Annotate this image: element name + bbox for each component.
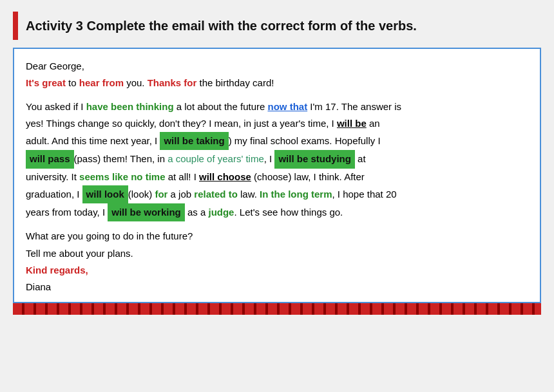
you-text: you. xyxy=(124,77,148,88)
tell-me-line: Tell me about your plans. xyxy=(26,245,528,262)
at-text: at xyxy=(355,153,366,164)
body-line-4: adult. And this time next year, I will b… xyxy=(26,132,528,150)
gap1 xyxy=(26,92,528,98)
for-text: for xyxy=(155,189,167,200)
body-line-7: graduation, I will look(look) for a job … xyxy=(26,185,528,203)
salutation-text: Dear George, xyxy=(26,61,84,71)
now-that: now that xyxy=(267,101,307,112)
sender-name: Diana xyxy=(26,281,51,292)
its-great: It's great xyxy=(26,77,66,88)
birthday-text: the birthday card! xyxy=(196,77,274,88)
you-asked: You asked if I xyxy=(26,101,86,112)
question-line: What are you going to do in the future? xyxy=(26,228,528,245)
years-from: years from today, I xyxy=(26,207,108,218)
pass-them: (pass) them! Then, in xyxy=(74,153,168,164)
in-long-term: In the long term xyxy=(260,189,332,200)
comma-i: , I xyxy=(264,153,275,164)
title-bar: Activity 3 Complete the email with the c… xyxy=(13,12,541,40)
question-text: What are you going to do in the future? xyxy=(26,230,193,241)
to-text: to xyxy=(66,77,79,88)
i-hope: , I hope that 20 xyxy=(332,189,397,200)
email-content: Dear George, It's great to hear from you… xyxy=(13,48,541,303)
lot-about: a lot about the future xyxy=(174,101,268,112)
yes-things: yes! Things change so quickly, don't the… xyxy=(26,118,337,129)
body-line-8: years from today, I will be working as a… xyxy=(26,203,528,221)
couple-years: a couple of years' time xyxy=(167,153,264,164)
will-be-studying-blank: will be studying xyxy=(274,150,355,168)
closing-line: Kind regards, xyxy=(26,262,528,279)
body-line-5: will pass(pass) them! Then, in a couple … xyxy=(26,150,528,168)
body-line-2: You asked if I have been thinking a lot … xyxy=(26,98,528,115)
will-pass-blank: will pass xyxy=(26,150,74,168)
related-to: related to xyxy=(194,189,238,200)
body-line-3: yes! Things change so quickly, don't the… xyxy=(26,115,528,132)
a-job: a job xyxy=(167,189,194,200)
look-text: (look) xyxy=(128,189,155,200)
page-title: Activity 3 Complete the email with the c… xyxy=(26,19,417,33)
will-look-blank: will look xyxy=(82,185,128,203)
as-a: as a xyxy=(185,207,209,218)
tell-text: Tell me about your plans. xyxy=(26,248,133,259)
red-accent-bar xyxy=(13,12,18,40)
seems-like: seems like no time xyxy=(79,171,165,182)
greeting-line: It's great to hear from you. Thanks for … xyxy=(26,75,528,91)
kind-regards: Kind regards, xyxy=(26,265,88,275)
will-be-taking-blank: will be taking xyxy=(160,132,228,150)
at-all: at all! I xyxy=(166,171,200,182)
hear-from: hear from xyxy=(79,77,124,88)
my-final: ) my final school exams. Hopefully I xyxy=(229,135,381,146)
will-choose: will choose xyxy=(199,171,251,182)
salutation-line: Dear George, xyxy=(26,58,528,75)
im-17: I'm 17. The answer is xyxy=(307,101,401,112)
graduation-i: graduation, I xyxy=(26,189,82,200)
will-be-blank: will be xyxy=(337,118,367,129)
university: university. It xyxy=(26,171,79,182)
judge: judge xyxy=(208,207,234,218)
lets-see: . Let's see how things go. xyxy=(234,207,343,218)
an-text: an xyxy=(367,118,380,129)
thanks-for: Thanks for xyxy=(148,77,197,88)
name-line: Diana xyxy=(26,279,528,295)
law-text: law. xyxy=(238,189,260,200)
adult-and: adult. And this time next year, I xyxy=(26,135,160,146)
decorative-border xyxy=(13,303,541,315)
gap2 xyxy=(26,221,528,228)
have-been-thinking: have been thinking xyxy=(86,101,174,112)
body-line-6: university. It seems like no time at all… xyxy=(26,169,528,185)
will-be-working-blank: will be working xyxy=(108,203,185,221)
choose-law: (choose) law, I think. After xyxy=(251,171,365,182)
